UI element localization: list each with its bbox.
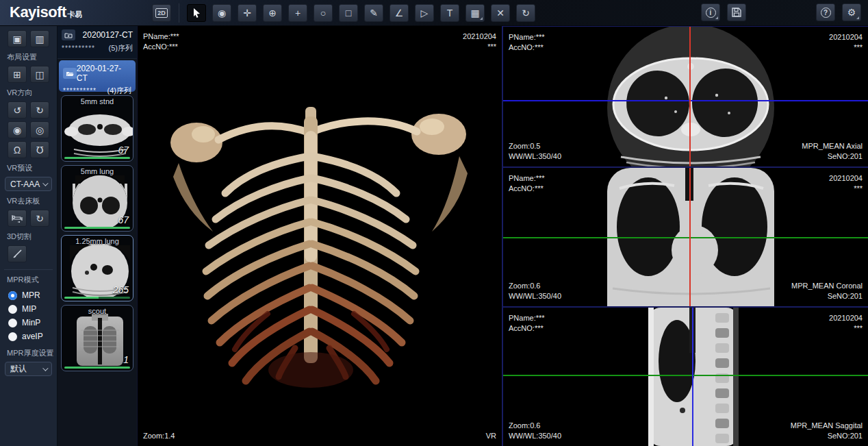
text-tool-icon: T	[447, 8, 453, 18]
vr-rotate-left-button[interactable]: ↺	[8, 101, 27, 119]
arrow-annotation-button[interactable]: ▷	[415, 4, 434, 22]
pan-button[interactable]: ✛	[238, 4, 257, 22]
report-button[interactable]: ▥	[30, 30, 49, 47]
histogram-button[interactable]: ▦	[465, 4, 485, 22]
delete-annotation-button[interactable]: ✕	[491, 4, 510, 22]
thumbnail-slice-count: 67	[118, 214, 129, 225]
settings-button[interactable]: ⚙	[842, 3, 861, 21]
window-level: WW/WL:350/40	[509, 151, 561, 162]
ellipse-roi-button[interactable]: ○	[314, 4, 333, 22]
mpr-mode-radio-mip[interactable]: MIP	[0, 302, 57, 316]
study-id-masked: ***	[829, 42, 863, 53]
zoom-factor: Zoom:0.6	[509, 281, 561, 291]
sagittal-crosshair-horizontal[interactable]	[503, 375, 868, 376]
vr-view-head-button[interactable]: Ω	[8, 141, 27, 158]
vr-reset-button[interactable]: ↻	[30, 210, 49, 227]
accession-number: AccNO:***	[143, 42, 179, 52]
rectangle-icon: □	[346, 8, 351, 18]
load-progress-bar	[64, 227, 130, 229]
chevron-down-icon	[42, 365, 48, 371]
zoom-overlay: Zoom:1.4	[143, 431, 175, 441]
pointer-tool-button[interactable]	[187, 4, 206, 22]
thumbnail-scout[interactable]: scout 1	[61, 305, 133, 371]
mpr-mode-radio-minp[interactable]: MinP	[0, 316, 57, 330]
thumbnail-slice-count: 265	[113, 284, 129, 295]
study-item-2020-01-27[interactable]: 2020-01-27-CT ********** (4)序列	[59, 60, 136, 92]
view-posterior-icon: ◎	[36, 125, 44, 136]
vr-preset-label: VR预设	[7, 163, 57, 173]
report-icon: ▥	[35, 34, 44, 45]
sagittal-crosshair-vertical[interactable]	[692, 308, 693, 446]
mpr-axial-viewport[interactable]: PName:*** AccNO:*** 20210204 *** Zoom:0.…	[502, 26, 868, 168]
reset-view-button[interactable]: ↻	[516, 4, 535, 22]
mpr-sagittal-viewport[interactable]: PName:*** AccNO:*** 20210204 *** Zoom:0.…	[502, 308, 868, 446]
thumbnail-1-25mm-lung[interactable]: 1.25mm lung 265	[61, 235, 133, 301]
crosshair-button[interactable]: +	[288, 4, 307, 22]
coronal-crosshair-horizontal[interactable]	[503, 237, 868, 238]
study-overlay: 20210204 ***	[463, 32, 496, 52]
vr-view-feet-button[interactable]: ℧	[30, 141, 49, 158]
pencil-measure-button[interactable]: ✎	[364, 4, 383, 22]
logo-suffix: 卡易	[68, 10, 82, 18]
toolbar-divider	[179, 3, 179, 23]
text-annotation-button[interactable]: T	[440, 4, 459, 22]
study-id-masked: ***	[829, 184, 863, 194]
scalpel-button[interactable]	[8, 245, 27, 262]
rectangle-roi-button[interactable]: □	[339, 4, 358, 22]
patient-name: PName:***	[509, 173, 545, 184]
export-2d-button[interactable]: 2D	[152, 4, 171, 22]
patient-overlay: PName:*** AccNO:***	[509, 313, 545, 334]
vr-view-anterior-button[interactable]: ◉	[8, 121, 27, 138]
study-id-masked: ***	[463, 42, 496, 52]
zoom-tool-button[interactable]: ⊕	[263, 4, 282, 22]
series-panel-toggle-button[interactable]: ▣	[8, 30, 27, 47]
window-level-button[interactable]: ◉	[212, 4, 231, 22]
mpr-coronal-viewport[interactable]: PName:*** AccNO:*** 20210204 *** Zoom:0.…	[502, 168, 868, 308]
ellipse-icon: ○	[320, 8, 326, 18]
reset-icon: ↻	[36, 213, 44, 224]
reset-icon: ↻	[522, 8, 530, 18]
thumbnail-5mm-stnd[interactable]: 5mm stnd 67	[61, 95, 133, 162]
mpr-plane-label: MPR_MEAN Saggital	[791, 421, 863, 431]
mpr-mode-radio-mpr[interactable]: MPR	[0, 288, 57, 302]
patient-id-masked: **********	[63, 87, 97, 95]
vr-rotate-right-button[interactable]: ↻	[30, 101, 49, 119]
remove-bed-button[interactable]	[8, 210, 27, 227]
study-overlay: 20210204 ***	[829, 313, 863, 334]
mpr-thickness-value: 默认	[10, 363, 27, 375]
radio-selected-icon	[8, 291, 17, 300]
vr-preset-value: CT-AAA	[10, 179, 40, 189]
axial-crosshair-horizontal[interactable]	[503, 100, 868, 101]
mpr-thickness-select[interactable]: 默认	[5, 362, 52, 376]
angle-icon: ∠	[395, 8, 404, 18]
coronal-crosshair-vertical[interactable]	[689, 168, 691, 306]
study-item-20200127[interactable]: 20200127-CT ********** (5)序列	[58, 26, 137, 59]
save-icon	[732, 8, 741, 17]
study-date: 20210204	[829, 313, 863, 323]
series-number: SeNO:201	[791, 291, 863, 301]
logo-text: Kayisoft	[10, 3, 66, 21]
thumbnail-5mm-lung[interactable]: 5mm lung 67	[61, 165, 133, 232]
axial-crosshair-vertical[interactable]	[689, 27, 691, 166]
save-button[interactable]	[727, 3, 746, 21]
vr-view-posterior-button[interactable]: ◎	[30, 121, 49, 138]
magnifier-icon: ⊕	[268, 8, 277, 18]
mpr-mode-radio-aveip[interactable]: aveIP	[0, 330, 57, 343]
layout-grid-button[interactable]: ⊞	[8, 66, 27, 83]
vr-direction-label: VR方向	[7, 88, 57, 98]
pan-icon: ✛	[243, 8, 251, 18]
vr-preset-select[interactable]: CT-AAA	[5, 177, 52, 191]
series-browser: 20200127-CT ********** (5)序列 2020-01-27-…	[58, 26, 137, 446]
sidebar-divider	[4, 269, 53, 270]
layout-split-button[interactable]: ◫	[30, 66, 49, 83]
study-overlay: 20210204 ***	[829, 173, 863, 194]
info-button[interactable]: i	[701, 3, 720, 21]
load-progress-bar	[64, 367, 130, 369]
app-window: Kayisoft卡易 2D ◉ ✛ ⊕ + ○ □ ✎ ∠ ▷ T ▦ ✕ ↻	[0, 0, 868, 446]
help-button[interactable]: ?	[816, 3, 835, 21]
chevron-down-icon	[42, 180, 48, 186]
vr-viewport[interactable]: PName:*** AccNO:*** 20210204 *** Zoom:1.…	[137, 26, 502, 446]
radio-icon	[8, 319, 17, 327]
arrow-annotation-icon: ▷	[421, 8, 429, 18]
angle-measure-button[interactable]: ∠	[390, 4, 409, 22]
